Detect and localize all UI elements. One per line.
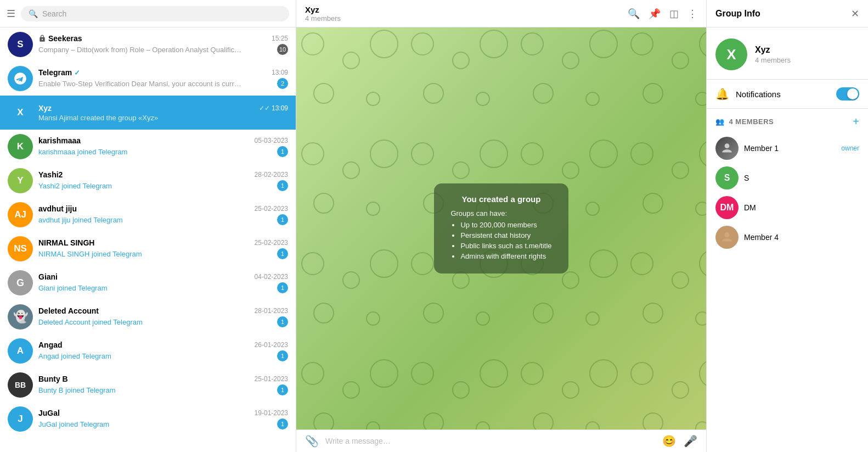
notifications-label: Notifications	[736, 90, 781, 99]
search-chat-icon[interactable]: 🔍	[628, 8, 640, 20]
attach-icon[interactable]: 📎	[305, 434, 319, 448]
unread-badge: 1	[277, 146, 288, 157]
avatar: X	[8, 100, 33, 125]
group-created-card: You created a group Groups can have: Up …	[434, 183, 568, 274]
card-point: Admins with different rights	[460, 252, 551, 260]
sidebar: ☰ 🔍 SSeekeras15:25Company – Ditto(work f…	[0, 0, 296, 452]
chat-name: avdhut jiju	[38, 204, 77, 213]
chat-content: JuGal19-01-2023JuGal joined Telegram1	[38, 409, 288, 429]
group-profile: X Xyz 4 members	[707, 27, 868, 80]
unread-badge: 1	[277, 214, 288, 225]
chat-content: Deleted Account28-01-2023Deleted Account…	[38, 306, 288, 327]
bell-icon: 🔔	[715, 87, 729, 101]
chat-item-deleted[interactable]: 👻Deleted Account28-01-2023Deleted Accoun…	[0, 300, 296, 334]
chat-preview: Enable Two-Step Verification Dear Mansi,…	[38, 80, 241, 88]
member-name: DM	[744, 203, 859, 212]
unread-badge: 1	[277, 248, 288, 259]
chat-preview: Bunty B joined Telegram	[38, 386, 116, 394]
chat-name: Seekeras	[38, 34, 82, 43]
more-options-icon[interactable]: ⋮	[687, 8, 697, 20]
chat-header-info: Xyz 4 members	[305, 5, 621, 23]
unread-badge: 1	[277, 350, 288, 361]
right-panel-header: Group Info ✕	[707, 0, 868, 27]
chat-name: Yashi2	[38, 170, 63, 179]
avatar: S	[8, 32, 33, 57]
member-item[interactable]: DMDM	[715, 193, 859, 222]
emoji-icon[interactable]: 😊	[662, 434, 676, 448]
member-avatar: DM	[715, 196, 739, 219]
avatar: A	[8, 338, 33, 364]
chat-time: 25-01-2023	[255, 375, 288, 383]
message-input[interactable]	[325, 437, 656, 445]
chat-content: Yashi228-02-2023Yashi2 joined Telegram1	[38, 170, 288, 191]
chat-time: 05-03-2023	[255, 137, 288, 144]
card-points-list: Up to 200,000 membersPersistent chat his…	[450, 221, 551, 260]
unread-badge: 10	[277, 44, 288, 55]
chat-name: NIRMAL SINGH	[38, 238, 94, 247]
members-count-label: 4 MEMBERS	[729, 118, 774, 126]
group-avatar: X	[715, 38, 747, 70]
chat-time: 13:09	[272, 69, 288, 76]
chat-preview: JuGal joined Telegram	[38, 420, 109, 428]
chat-item-nirmal[interactable]: NSNIRMAL SINGH25-02-2023NIRMAL SINGH joi…	[0, 232, 296, 266]
chat-name: karishmaaa	[38, 136, 81, 145]
chat-header-name: Xyz	[305, 5, 621, 14]
chat-item-bunty[interactable]: BBBunty B25-01-2023Bunty B joined Telegr…	[0, 368, 296, 402]
chat-name: JuGal	[38, 409, 60, 417]
unread-badge: 1	[277, 316, 288, 327]
search-input[interactable]	[42, 9, 281, 18]
right-panel-title: Group Info	[715, 9, 760, 19]
members-header: 👥 4 MEMBERS +	[715, 115, 859, 128]
add-member-button[interactable]: +	[853, 115, 859, 128]
chat-item-xyz[interactable]: XXyz✓✓ 13:09Mansi Ajimal created the gro…	[0, 96, 296, 130]
unread-badge: 1	[277, 180, 288, 191]
verified-icon: ✓	[74, 69, 80, 77]
chat-time: ✓✓ 13:09	[259, 104, 288, 112]
chat-item-giani[interactable]: GGiani04-02-2023Giani joined Telegram1	[0, 266, 296, 300]
chat-content: Xyz✓✓ 13:09Mansi Ajimal created the grou…	[38, 104, 288, 122]
avatar	[8, 66, 33, 91]
chat-time: 25-02-2023	[255, 239, 288, 247]
avatar: G	[8, 270, 33, 295]
chat-header-members: 4 members	[305, 14, 621, 23]
chat-header: Xyz 4 members 🔍 📌 ◫ ⋮	[296, 0, 706, 27]
chat-content: NIRMAL SINGH25-02-2023NIRMAL SINGH joine…	[38, 238, 288, 259]
chat-item-avdhut[interactable]: AJavdhut jiju25-02-2023avdhut jiju joine…	[0, 198, 296, 232]
card-point: Public links such as t.me/title	[460, 242, 551, 250]
member-name: S	[744, 174, 859, 182]
chat-preview: Yashi2 joined Telegram	[38, 182, 112, 190]
chat-item-seekeras[interactable]: SSeekeras15:25Company – Ditto(work from)…	[0, 27, 296, 62]
chat-item-yashi2[interactable]: YYashi228-02-2023Yashi2 joined Telegram1	[0, 164, 296, 198]
chat-time: 15:25	[272, 35, 288, 42]
chat-item-telegram[interactable]: Telegram✓13:09Enable Two-Step Verificati…	[0, 62, 296, 96]
member-item[interactable]: Member 4	[715, 222, 859, 252]
columns-icon[interactable]: ◫	[669, 8, 679, 20]
menu-icon[interactable]: ☰	[7, 8, 15, 20]
chat-item-karishmaaa[interactable]: Kkarishmaaa05-03-2023karishmaaa joined T…	[0, 130, 296, 164]
chat-item-jugal[interactable]: JJuGal19-01-2023JuGal joined Telegram1	[0, 402, 296, 436]
unread-badge: 2	[277, 78, 288, 89]
search-bar[interactable]: 🔍	[21, 6, 289, 21]
chat-name: Xyz	[38, 104, 52, 113]
close-button[interactable]: ✕	[851, 8, 859, 20]
chat-name: Telegram✓	[38, 68, 80, 77]
avatar: BB	[8, 372, 33, 398]
chat-name: Deleted Account	[38, 306, 99, 315]
chat-time: 04-02-2023	[255, 273, 288, 281]
member-item[interactable]: SS	[715, 163, 859, 193]
input-icons: 😊 🎤	[662, 434, 697, 448]
member-avatar: S	[715, 166, 739, 189]
svg-point-0	[725, 143, 730, 148]
chat-list: SSeekeras15:25Company – Ditto(work from)…	[0, 27, 296, 452]
voice-icon[interactable]: 🎤	[684, 434, 697, 448]
member-item[interactable]: Member 1owner	[715, 133, 859, 163]
chat-item-angad[interactable]: AAngad26-01-2023Angad joined Telegram1	[0, 334, 296, 368]
chat-time: 19-01-2023	[255, 409, 288, 417]
avatar: Y	[8, 168, 33, 193]
notifications-toggle[interactable]	[836, 87, 859, 101]
chat-preview: avdhut jiju joined Telegram	[38, 216, 123, 224]
pin-icon[interactable]: 📌	[649, 8, 661, 20]
group-members-count: 4 members	[755, 56, 791, 64]
member-info: S	[744, 174, 859, 182]
member-info: Member 1	[744, 144, 836, 153]
